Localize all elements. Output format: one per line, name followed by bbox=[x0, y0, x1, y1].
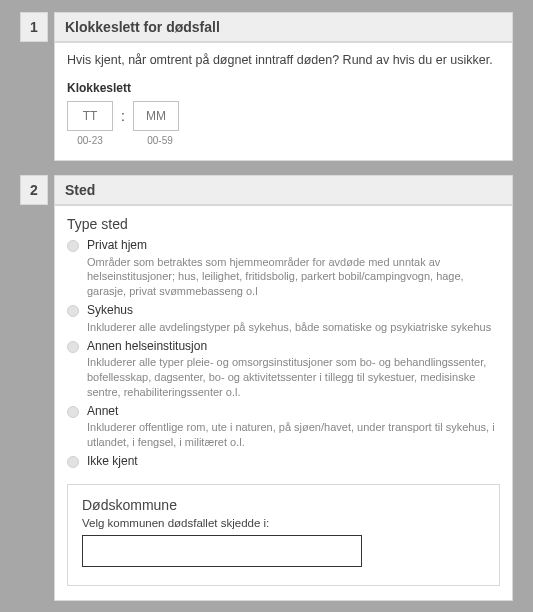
place-option-ikke-kjent[interactable]: Ikke kjent bbox=[67, 454, 500, 470]
section-2-header: 2 Sted bbox=[20, 175, 513, 205]
section-2-body: Type sted Privat hjem Områder som betrak… bbox=[54, 205, 513, 601]
section-2-number: 2 bbox=[20, 175, 48, 205]
section-1-number: 1 bbox=[20, 12, 48, 42]
time-label: Klokkeslett bbox=[67, 81, 500, 95]
dodskommune-caption: Velg kommunen dødsfallet skjedde i: bbox=[82, 517, 485, 529]
section-1-intro: Hvis kjent, når omtrent på døgnet inntra… bbox=[67, 53, 500, 67]
dodskommune-title: Dødskommune bbox=[82, 497, 485, 513]
option-label: Annen helseinstitusjon bbox=[87, 339, 500, 355]
place-option-annen-helseinstitusjon[interactable]: Annen helseinstitusjon Inkluderer alle t… bbox=[67, 339, 500, 400]
time-hints: 00-23 00-59 bbox=[67, 135, 500, 146]
option-label: Sykehus bbox=[87, 303, 500, 319]
radio-icon bbox=[67, 456, 79, 468]
place-option-sykehus[interactable]: Sykehus Inkluderer alle avdelingstyper p… bbox=[67, 303, 500, 334]
section-2-title: Sted bbox=[54, 175, 513, 205]
place-type-label: Type sted bbox=[67, 216, 500, 232]
radio-icon bbox=[67, 240, 79, 252]
place-option-annet[interactable]: Annet Inkluderer offentlige rom, ute i n… bbox=[67, 404, 500, 450]
time-minutes-input[interactable] bbox=[133, 101, 179, 131]
time-minutes-hint: 00-59 bbox=[137, 135, 183, 146]
radio-icon bbox=[67, 341, 79, 353]
option-label: Ikke kjent bbox=[87, 454, 500, 470]
option-desc: Inkluderer alle typer pleie- og omsorgsi… bbox=[87, 355, 500, 400]
option-desc: Inkluderer alle avdelingstyper på sykehu… bbox=[87, 320, 500, 335]
time-hours-hint: 00-23 bbox=[67, 135, 113, 146]
time-row: : bbox=[67, 101, 500, 131]
option-desc: Inkluderer offentlige rom, ute i naturen… bbox=[87, 420, 500, 450]
section-1-header: 1 Klokkeslett for dødsfall bbox=[20, 12, 513, 42]
dodskommune-input[interactable] bbox=[82, 535, 362, 567]
time-separator: : bbox=[121, 108, 125, 124]
section-2: 2 Sted Type sted Privat hjem Områder som… bbox=[20, 175, 513, 601]
time-hours-input[interactable] bbox=[67, 101, 113, 131]
section-1: 1 Klokkeslett for dødsfall Hvis kjent, n… bbox=[20, 12, 513, 161]
place-option-privat-hjem[interactable]: Privat hjem Områder som betraktes som hj… bbox=[67, 238, 500, 299]
option-desc: Områder som betraktes som hjemmeområder … bbox=[87, 255, 500, 300]
radio-icon bbox=[67, 305, 79, 317]
place-type-options: Privat hjem Områder som betraktes som hj… bbox=[67, 238, 500, 470]
option-label: Privat hjem bbox=[87, 238, 500, 254]
section-1-body: Hvis kjent, når omtrent på døgnet inntra… bbox=[54, 42, 513, 161]
section-1-title: Klokkeslett for dødsfall bbox=[54, 12, 513, 42]
dodskommune-box: Dødskommune Velg kommunen dødsfallet skj… bbox=[67, 484, 500, 586]
option-label: Annet bbox=[87, 404, 500, 420]
radio-icon bbox=[67, 406, 79, 418]
